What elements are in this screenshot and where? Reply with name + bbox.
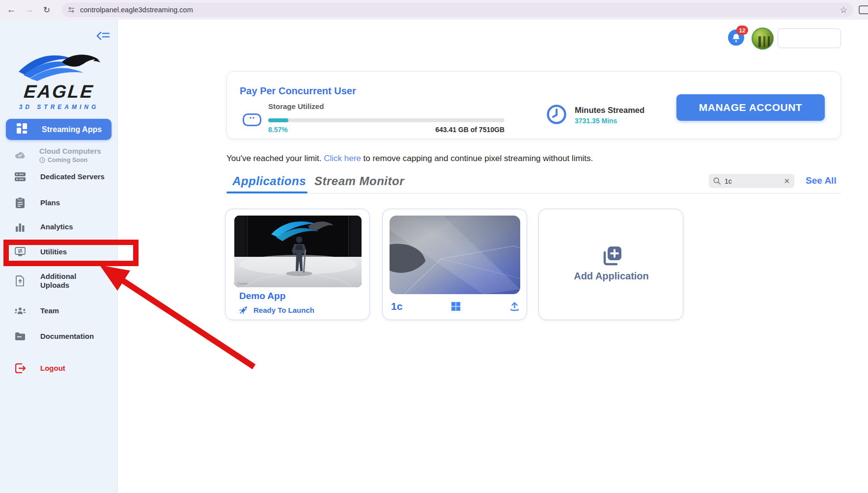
minutes-value: 3731.35 Mins xyxy=(575,117,617,125)
browser-toolbar: ← → ↻ controlpanel.eagle3dstreaming.com … xyxy=(0,0,868,20)
sidebar-item-cloud-computers: Cloud Computers Coming Soon xyxy=(0,143,118,167)
sidebar-item-logout[interactable]: Logout xyxy=(0,361,118,376)
limit-notice-suffix: to remove capping and continue pixel str… xyxy=(361,154,593,163)
storage-icon xyxy=(243,113,261,126)
sidebar-item-label: Streaming Apps xyxy=(42,125,102,134)
browser-back-icon[interactable]: ← xyxy=(4,0,19,20)
limit-notice: You've reached your limit. Click here to… xyxy=(226,154,593,164)
sidebar-item-additional-uploads[interactable]: Additional Uploads xyxy=(0,269,118,293)
sidebar-item-label: Additional Uploads xyxy=(40,272,87,290)
storage-usage: 643.41 GB of 7510GB xyxy=(268,126,504,134)
limit-notice-link[interactable]: Click here xyxy=(324,154,361,163)
clear-search-icon[interactable]: ✕ xyxy=(784,177,790,186)
bookmark-star-icon[interactable]: ☆ xyxy=(840,5,847,15)
app-card-1c[interactable]: 1c xyxy=(382,209,527,320)
browser-reload-icon[interactable]: ↻ xyxy=(39,0,54,20)
search-value: 1c xyxy=(725,177,784,185)
logo-title: EAGLE xyxy=(11,82,107,102)
sidebar-item-label: Analytics xyxy=(40,222,73,231)
add-application-button[interactable]: Add Application xyxy=(539,245,684,282)
tab-applications[interactable]: Applications xyxy=(232,174,306,188)
clipboard-icon xyxy=(14,197,26,208)
folder-icon xyxy=(14,332,26,341)
sidebar-item-label: Logout xyxy=(40,364,65,373)
servers-icon xyxy=(14,172,26,182)
storage-progress-fill xyxy=(268,118,288,122)
app-card-demo[interactable]: Cursor Demo App Ready To Launch xyxy=(225,209,370,320)
add-application-label: Add Application xyxy=(574,271,649,282)
sidebar-item-team[interactable]: Team xyxy=(0,303,118,318)
browser-forward-icon[interactable]: → xyxy=(22,0,36,20)
sidebar-item-label: Documentation xyxy=(40,332,94,341)
coming-soon-badge: Coming Soon xyxy=(39,157,101,164)
logo-subtitle: 3D STREAMING xyxy=(12,104,106,110)
cloud-icon xyxy=(14,150,26,160)
limit-notice-prefix: You've reached your limit. xyxy=(226,154,324,163)
user-avatar[interactable] xyxy=(752,27,774,50)
1c-actions-row: 1c xyxy=(391,298,520,315)
add-application-icon xyxy=(600,245,623,267)
url-text: controlpanel.eagle3dstreaming.com xyxy=(80,6,193,14)
1c-thumbnail[interactable] xyxy=(390,216,520,294)
history-clock-icon xyxy=(39,157,45,163)
sidebar-item-label: Dedicated Servers xyxy=(40,172,105,181)
svg-text:Cursor: Cursor xyxy=(237,282,248,285)
plan-title: Pay Per Concurrent User xyxy=(240,85,356,97)
tab-stream-monitor[interactable]: Stream Monitor xyxy=(314,174,404,188)
account-summary-card: Pay Per Concurrent User Storage Utilized… xyxy=(226,71,841,139)
site-settings-icon[interactable] xyxy=(67,6,75,14)
clock-icon xyxy=(546,104,567,125)
see-all-link[interactable]: See All xyxy=(806,175,837,186)
search-icon xyxy=(713,177,721,185)
1c-app-name[interactable]: 1c xyxy=(391,301,402,312)
sidebar-item-label: Cloud Computers xyxy=(39,147,101,156)
utilities-icon xyxy=(14,247,26,257)
sidebar-item-plans[interactable]: Plans xyxy=(0,195,118,210)
account-dropdown[interactable] xyxy=(778,28,841,48)
eagle-logo-graphic xyxy=(17,49,101,82)
logout-icon xyxy=(14,363,26,373)
file-upload-icon xyxy=(14,275,26,286)
sidebar-item-label: Utilities xyxy=(40,247,67,256)
storage-label: Storage Utilized xyxy=(268,102,324,110)
sidebar-item-streaming-apps[interactable]: Streaming Apps xyxy=(6,119,112,140)
extensions-icon[interactable] xyxy=(859,5,868,14)
windows-icon[interactable] xyxy=(451,302,460,311)
sidebar-item-documentation[interactable]: Documentation xyxy=(0,329,118,344)
app-search-input[interactable]: 1c ✕ xyxy=(709,174,794,188)
add-application-card[interactable]: Add Application xyxy=(538,209,683,320)
eagle-logo: EAGLE 3D STREAMING xyxy=(12,49,106,110)
notification-count-badge: 12 xyxy=(736,26,748,35)
minutes-label: Minutes Streamed xyxy=(575,106,644,115)
sidebar-item-analytics[interactable]: Analytics xyxy=(0,219,118,234)
sidebar-item-label: Team xyxy=(40,306,59,315)
sidebar-item-utilities[interactable]: Utilities xyxy=(0,245,118,259)
demo-app-thumbnail[interactable]: Cursor xyxy=(234,216,362,287)
sidebar-item-label: Plans xyxy=(40,198,60,207)
address-bar[interactable]: controlpanel.eagle3dstreaming.com ☆ xyxy=(62,2,853,17)
tabs-divider xyxy=(226,193,841,193)
eagle-control-panel: ← → ↻ controlpanel.eagle3dstreaming.com … xyxy=(0,0,868,493)
demo-app-status: Ready To Launch xyxy=(253,306,314,314)
demo-app-name[interactable]: Demo App xyxy=(239,291,285,301)
team-icon xyxy=(14,306,26,315)
rocket-icon xyxy=(239,305,248,314)
streaming-apps-icon xyxy=(17,123,27,136)
demo-app-launch[interactable]: Ready To Launch xyxy=(239,305,314,314)
bar-chart-icon xyxy=(14,222,26,232)
storage-progress-bar xyxy=(268,118,504,122)
active-tab-underline xyxy=(226,192,308,193)
sidebar-item-dedicated-servers[interactable]: Dedicated Servers xyxy=(0,169,118,184)
manage-account-button[interactable]: MANAGE ACCOUNT xyxy=(676,94,825,121)
upload-icon[interactable] xyxy=(509,301,520,311)
sidebar-collapse-icon[interactable] xyxy=(96,30,110,41)
